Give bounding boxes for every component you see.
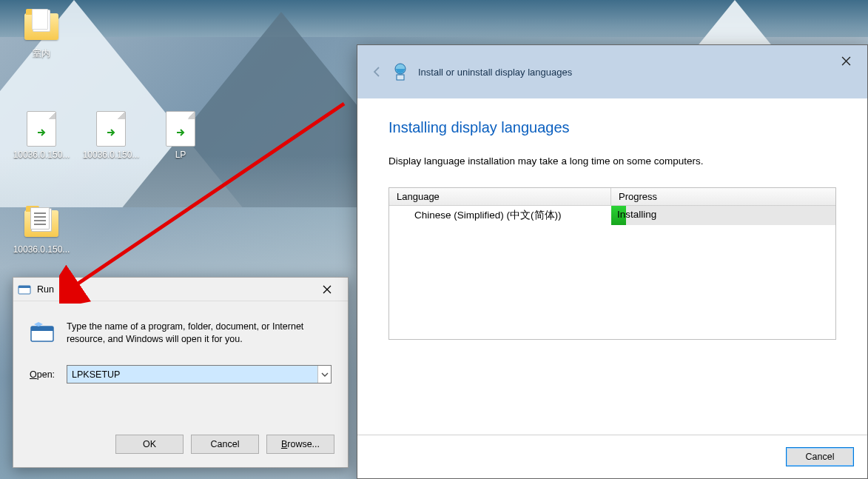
wizard-note: Display language installation may take a… bbox=[388, 155, 836, 167]
desktop-icon-label: LP bbox=[149, 150, 212, 160]
run-open-label: Open: bbox=[30, 369, 55, 380]
run-open-dropdown[interactable] bbox=[317, 366, 331, 383]
wizard-title-icon bbox=[390, 61, 411, 82]
run-titlebar[interactable]: Run bbox=[13, 278, 348, 301]
wizard-close-button[interactable] bbox=[830, 51, 861, 70]
desktop-icon-file[interactable]: LP bbox=[149, 111, 212, 160]
run-ok-button[interactable]: OK bbox=[115, 435, 184, 454]
run-title-icon bbox=[18, 283, 31, 296]
run-browse-button[interactable]: Browse... bbox=[266, 435, 334, 454]
wizard-cancel-button[interactable]: Cancel bbox=[786, 447, 854, 466]
run-open-input[interactable] bbox=[67, 366, 317, 383]
close-icon bbox=[841, 56, 851, 66]
chevron-down-icon bbox=[321, 371, 329, 378]
run-cancel-button[interactable]: Cancel bbox=[191, 435, 259, 454]
textfile-icon bbox=[24, 210, 58, 237]
wizard-header[interactable]: Install or uninstall display languages bbox=[357, 45, 867, 98]
wizard-back-button[interactable] bbox=[368, 63, 386, 81]
run-close-button[interactable] bbox=[311, 281, 343, 298]
desktop-icon-file[interactable]: 10036.0.150... bbox=[10, 111, 73, 160]
file-icon bbox=[166, 111, 195, 147]
close-icon bbox=[323, 285, 332, 294]
svg-rect-6 bbox=[397, 75, 404, 80]
desktop-icon-folder[interactable]: 室内 bbox=[10, 9, 73, 60]
svg-rect-4 bbox=[31, 326, 53, 331]
desktop-icon-label: 10036.0.150... bbox=[10, 150, 73, 160]
file-icon bbox=[96, 111, 126, 147]
folder-icon bbox=[24, 13, 58, 40]
language-name: Chinese (Simplified) (中文(简体)) bbox=[389, 206, 611, 225]
run-title-text: Run bbox=[37, 284, 54, 295]
language-table-header: Language Progress bbox=[389, 188, 835, 206]
desktop-icon-textfile[interactable]: 10036.0.150... bbox=[10, 206, 73, 255]
language-table: Language Progress Chinese (Simplified) (… bbox=[388, 187, 836, 340]
install-languages-wizard: Install or uninstall display languages I… bbox=[357, 44, 868, 479]
progress-status: Installing bbox=[617, 209, 656, 220]
run-description: Type the name of a program, folder, docu… bbox=[67, 321, 332, 346]
file-icon bbox=[27, 111, 56, 147]
column-header-language[interactable]: Language bbox=[389, 188, 611, 205]
run-open-combobox[interactable] bbox=[67, 365, 332, 383]
language-row[interactable]: Chinese (Simplified) (中文(简体)) Installing bbox=[389, 206, 835, 225]
desktop-icon-label: 10036.0.150... bbox=[80, 150, 142, 160]
back-arrow-icon bbox=[370, 65, 383, 78]
column-header-progress[interactable]: Progress bbox=[611, 188, 835, 205]
run-dialog: Run Type the name of a program, folder, … bbox=[13, 277, 349, 468]
desktop-icon-file[interactable]: 10036.0.150... bbox=[80, 111, 142, 160]
wizard-header-title: Install or uninstall display languages bbox=[418, 67, 572, 78]
svg-rect-2 bbox=[18, 286, 30, 288]
wizard-heading: Installing display languages bbox=[388, 119, 836, 136]
desktop-icon-label: 10036.0.150... bbox=[10, 244, 73, 255]
run-app-icon bbox=[30, 321, 55, 346]
language-progress-cell: Installing bbox=[611, 206, 835, 225]
desktop-icon-label: 室内 bbox=[10, 47, 73, 60]
